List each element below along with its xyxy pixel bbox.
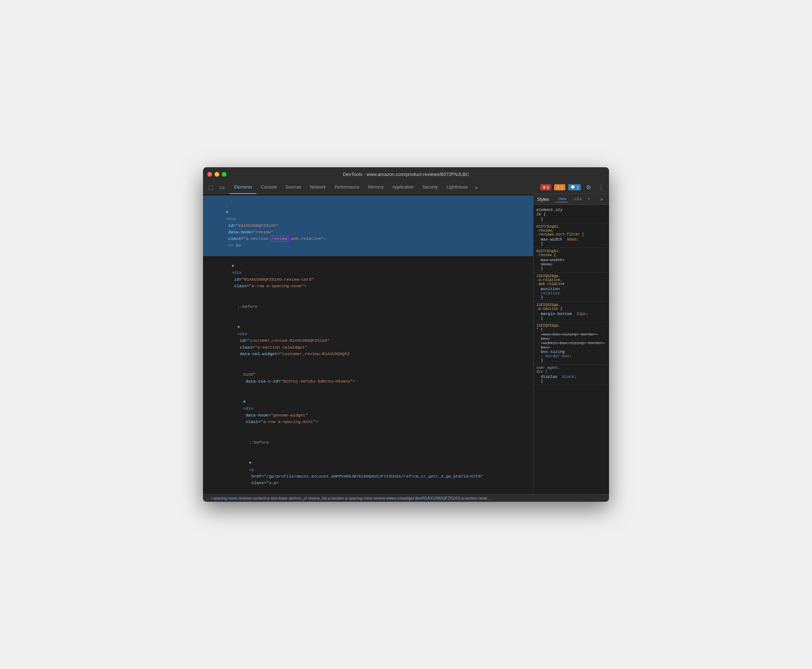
settings-icon[interactable]: ⚙ [584,184,593,191]
cursor-icon[interactable]: ⬚ [206,184,216,191]
rule-body: } [536,217,606,222]
styles-panel-header: Styles :hov .cls + » [533,194,609,205]
html-line[interactable]: ▼ <a href="/gp/profile/amzn1.account.AHP… [203,453,533,493]
devtools-window: DevTools - www.amazon.com/product-review… [203,167,609,502]
breadcrumb-ellipsis[interactable]: … [206,496,211,500]
traffic-lights [207,172,227,176]
tab-console[interactable]: Console [256,181,281,194]
html-line[interactable]: ▼ <div id="R1AXU380QFZ51XO-review-card" … [203,256,533,297]
rule-body: -moz-box-sizing: border-box; -webkit-box… [536,332,606,358]
toolbar-icons: ⬚ ▭ [206,184,227,191]
error-badge[interactable]: ⊗ 8 [540,184,551,190]
devtools-tab-bar: ⬚ ▭ Elements Console Sources Network Per… [203,181,609,194]
tab-sources[interactable]: Sources [281,181,306,194]
minimize-button[interactable] [215,172,219,176]
rule-body: max-width:80em; [536,258,606,267]
rule-selector: 11EIQ5IGga….a-relative,.aok-relative [536,274,606,286]
close-button[interactable] [207,172,212,176]
rule-body: margin-bottom: 22px; [536,312,606,316]
rule-body: max-width: 80em; [536,237,606,242]
main-content: … ▼ <div id="R1AXU380QFZ51XO" data-hook=… [203,194,609,494]
window-title: DevTools - www.amazon.com/product-review… [343,171,469,177]
breadcrumb-bar: … i-spacing-none.reviews-content.a-size-… [203,494,609,502]
more-options-icon[interactable]: ⋮ [596,184,606,191]
rule-body: display: block; [536,375,606,379]
html-line[interactable]: ::before [203,297,533,317]
maximize-button[interactable] [222,172,227,176]
style-rule-6: user agent…div { display: block; } [533,365,609,385]
title-bar: DevTools - www.amazon.com/product-review… [203,167,609,181]
breadcrumb-item-3[interactable]: div#R1AXU380QFZ51XO.a-section.revie… [415,496,491,500]
tab-security[interactable]: Security [418,181,442,194]
html-line[interactable]: … ▼ <div id="R1AXU380QFZ51XO" data-hook=… [203,195,533,256]
style-rule-4: 11EIQ5IGga….a-section { margin-bottom: 2… [533,302,609,322]
rule-selector: 01STrEog8J….review,.reviews-sort-filter … [536,225,606,237]
rule-body: position:relative [536,287,606,296]
html-line[interactable]: S1XO" data-csa-c-id="8237oj-e07yby-bd0ct… [203,365,533,392]
styles-more-icon[interactable]: » [598,197,605,202]
style-rule-2: 01STrEog8J….review { max-width:80em; } [533,248,609,273]
tab-performance[interactable]: Performance [330,181,364,194]
html-line[interactable]: ▼ <div data-hook="genome-widget" class="… [203,392,533,432]
rule-selector: 11EIQ5IGga….a-section { [536,303,606,311]
toolbar-right: ⊗ 8 ⚠ 2 💬 2 ⚙ ⋮ [540,184,606,191]
styles-title: Styles [537,197,549,202]
style-rule-1: 01STrEog8J….review,.reviews-sort-filter … [533,223,609,248]
tab-memory[interactable]: Memory [364,181,388,194]
tab-application[interactable]: Application [388,181,418,194]
breadcrumb-item-1[interactable]: i-spacing-none.reviews-content.a-size-ba… [211,496,287,500]
styles-tab-cls[interactable]: .cls [571,196,583,202]
device-icon[interactable]: ▭ [217,184,227,191]
rule-selector: 11EIQ5IGga…* { [536,324,606,332]
elements-panel[interactable]: … ▼ <div id="R1AXU380QFZ51XO" data-hook=… [203,194,533,494]
tab-network[interactable]: Network [306,181,330,194]
more-tabs-button[interactable]: » [472,185,481,190]
rule-selector: 01STrEog8J….review { [536,249,606,257]
style-rule-3: 11EIQ5IGga….a-relative,.aok-relative pos… [533,273,609,302]
info-badge[interactable]: 💬 2 [568,184,581,190]
style-rule-5: 11EIQ5IGga…* { -moz-box-sizing: border-b… [533,322,609,365]
tab-lighthouse[interactable]: Lighthouse [442,181,472,194]
rule-selector: element.style { [536,208,606,216]
style-rule-element: element.style { } [533,206,609,223]
warning-badge[interactable]: ⚠ 2 [554,184,565,190]
styles-tab-add[interactable]: + [586,196,592,202]
styles-tabs: :hov .cls + [556,196,591,202]
html-line[interactable]: ▼ <div id="customer_review-R1AXU380QFZ51… [203,317,533,365]
styles-content[interactable]: element.style { } 01STrEog8J….review,.re… [533,205,609,494]
rule-selector: user agent…div { [536,366,606,374]
html-line[interactable]: ::before [203,432,533,453]
breadcrumb-item-2[interactable]: div#cm_cr-review_list.a-section.a-spacin… [289,496,414,500]
styles-tab-hov[interactable]: :hov [556,196,568,202]
styles-panel: Styles :hov .cls + » element.style { } [533,194,609,494]
tab-elements[interactable]: Elements [230,181,256,194]
